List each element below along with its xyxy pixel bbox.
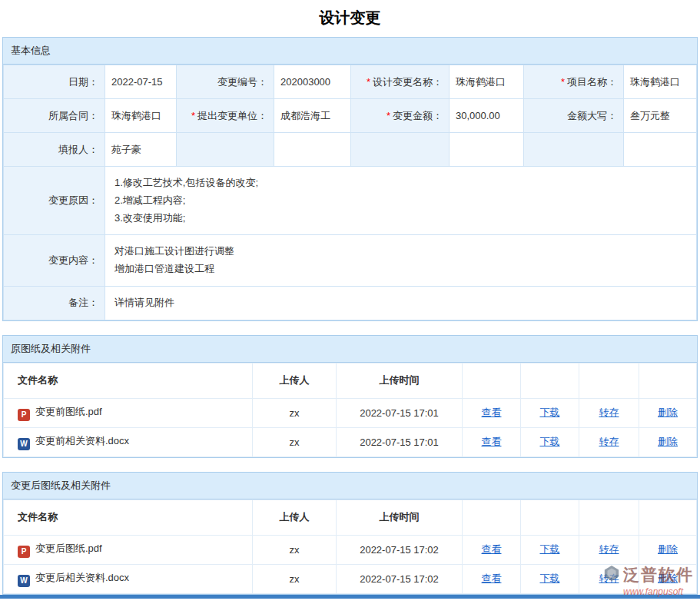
after-change-attachments-table: 文件名称 上传人 上传时间 P变更后图纸.pdf zx 2022-07-15 1…	[3, 499, 697, 594]
field-value-proposing-unit: 成都浩海工	[274, 99, 351, 133]
download-link[interactable]: 下载	[540, 407, 560, 418]
field-label-change-content: 变更内容：	[4, 235, 105, 287]
column-header-action	[463, 363, 521, 398]
empty-value-cell	[624, 133, 697, 167]
download-link[interactable]: 下载	[540, 572, 560, 584]
delete-link[interactable]: 删除	[658, 436, 678, 447]
original-attachments-section: 原图纸及相关附件 文件名称 上传人 上传时间 P变更前图纸.pdf zx 202…	[2, 335, 698, 458]
attachments-header-row: 文件名称 上传人 上传时间	[4, 363, 697, 398]
attachment-row: P变更前图纸.pdf zx 2022-07-15 17:01 查看 下载 转存 …	[4, 398, 697, 427]
table-row: 变更内容： 对港口施工设计图进行调整 增加港口管道建设工程	[4, 235, 697, 287]
attachment-row: W变更后相关资料.docx zx 2022-07-15 17:02 查看 下载 …	[4, 564, 697, 593]
file-name: 变更前图纸.pdf	[35, 406, 102, 417]
field-label-change-reason: 变更原因：	[4, 167, 105, 235]
field-value-change-name: 珠海鹤港口	[450, 65, 524, 99]
bottom-scroll-bar[interactable]	[0, 595, 700, 599]
file-name: 变更后图纸.pdf	[35, 543, 102, 554]
field-value-contract: 珠海鹤港口	[105, 99, 177, 133]
transfer-link[interactable]: 转存	[599, 436, 619, 447]
column-header-action	[579, 499, 639, 535]
field-value-date: 2022-07-15	[105, 65, 177, 99]
field-value-reporter: 苑子豪	[105, 133, 177, 167]
basic-info-section-title: 基本信息	[3, 38, 697, 65]
field-value-project-name: 珠海鹤港口	[624, 65, 697, 99]
column-header-uploader: 上传人	[253, 363, 337, 398]
file-name-cell: P变更后图纸.pdf	[4, 535, 253, 564]
field-label-amount-words: 金额大写：	[524, 99, 624, 133]
empty-label-cell	[524, 133, 624, 167]
column-header-action	[639, 363, 697, 398]
column-header-upload-time: 上传时间	[337, 363, 463, 398]
attachment-row: P变更后图纸.pdf zx 2022-07-15 17:02 查看 下载 转存 …	[4, 535, 697, 564]
file-name-cell: W变更后相关资料.docx	[4, 564, 253, 593]
empty-label-cell	[177, 133, 274, 167]
column-header-file-name: 文件名称	[4, 499, 253, 535]
download-link[interactable]: 下载	[540, 436, 560, 447]
download-link[interactable]: 下载	[540, 543, 560, 555]
field-value-change-content: 对港口施工设计图进行调整 增加港口管道建设工程	[105, 235, 697, 287]
required-asterisk: *	[191, 110, 195, 121]
file-name-cell: P变更前图纸.pdf	[4, 398, 253, 427]
file-name-cell: W变更前相关资料.docx	[4, 427, 253, 456]
column-header-action	[521, 499, 579, 535]
original-attachments-title: 原图纸及相关附件	[3, 336, 697, 363]
required-asterisk: *	[561, 76, 565, 88]
original-attachments-table: 文件名称 上传人 上传时间 P变更前图纸.pdf zx 2022-07-15 1…	[3, 363, 697, 457]
after-change-attachments-title: 变更后图纸及相关附件	[3, 473, 697, 499]
field-value-amount-words: 叁万元整	[624, 99, 697, 133]
field-value-change-no: 202003000	[274, 65, 351, 99]
field-label-project-name: *项目名称：	[524, 65, 624, 99]
column-header-action	[463, 499, 521, 535]
column-header-action	[639, 499, 697, 535]
table-row: 所属合同： 珠海鹤港口 *提出变更单位： 成都浩海工 *变更金额： 30,000…	[4, 99, 697, 133]
upload-time-cell: 2022-07-15 17:01	[337, 398, 463, 427]
column-header-uploader: 上传人	[253, 499, 337, 535]
after-change-attachments-section: 变更后图纸及相关附件 文件名称 上传人 上传时间 P变更后图纸.pdf zx 2…	[2, 472, 698, 595]
required-asterisk: *	[367, 76, 370, 88]
transfer-link[interactable]: 转存	[599, 572, 619, 584]
field-label-change-no: 变更编号：	[177, 65, 274, 99]
delete-link[interactable]: 删除	[658, 407, 678, 418]
empty-value-cell	[274, 133, 351, 167]
view-link[interactable]: 查看	[482, 572, 502, 584]
delete-link[interactable]: 删除	[658, 543, 678, 555]
field-label-proposing-unit: *提出变更单位：	[177, 99, 274, 133]
field-label-remark: 备注：	[4, 286, 105, 320]
field-value-change-reason: 1.修改工艺技术,包括设备的改变; 2.增减工程内容; 3.改变使用功能;	[105, 167, 697, 235]
delete-link[interactable]: 删除	[658, 572, 678, 584]
column-header-action	[579, 363, 639, 398]
pdf-file-icon: P	[18, 546, 30, 558]
upload-time-cell: 2022-07-15 17:01	[337, 427, 463, 456]
table-row: 日期： 2022-07-15 变更编号： 202003000 *设计变更名称： …	[4, 65, 697, 99]
pdf-file-icon: P	[18, 409, 30, 421]
column-header-action	[521, 363, 579, 398]
view-link[interactable]: 查看	[482, 407, 502, 418]
transfer-link[interactable]: 转存	[599, 407, 619, 418]
attachments-header-row: 文件名称 上传人 上传时间	[4, 499, 697, 535]
basic-info-section: 基本信息 日期： 2022-07-15 变更编号： 202003000 *设计变…	[2, 37, 698, 321]
column-header-file-name: 文件名称	[4, 363, 253, 398]
uploader-cell: zx	[253, 564, 337, 593]
transfer-link[interactable]: 转存	[599, 543, 619, 555]
uploader-cell: zx	[253, 427, 337, 456]
field-label-change-name: *设计变更名称：	[351, 65, 450, 99]
attachment-row: W变更前相关资料.docx zx 2022-07-15 17:01 查看 下载 …	[4, 427, 697, 456]
uploader-cell: zx	[253, 535, 337, 564]
column-header-upload-time: 上传时间	[337, 499, 463, 535]
view-link[interactable]: 查看	[482, 543, 502, 555]
uploader-cell: zx	[253, 398, 337, 427]
empty-label-cell	[351, 133, 450, 167]
view-link[interactable]: 查看	[482, 436, 502, 447]
file-name: 变更前相关资料.docx	[35, 435, 129, 446]
upload-time-cell: 2022-07-15 17:02	[337, 535, 463, 564]
field-label-change-amount: *变更金额：	[351, 99, 450, 133]
field-value-change-amount: 30,000.00	[450, 99, 524, 133]
basic-info-table: 日期： 2022-07-15 变更编号： 202003000 *设计变更名称： …	[3, 65, 697, 320]
table-row: 填报人： 苑子豪	[4, 133, 697, 167]
required-asterisk: *	[386, 110, 390, 121]
field-label-reporter: 填报人：	[4, 133, 105, 167]
file-name: 变更后相关资料.docx	[35, 572, 129, 583]
word-file-icon: W	[18, 438, 30, 450]
word-file-icon: W	[18, 575, 30, 587]
field-label-contract: 所属合同：	[4, 99, 105, 133]
